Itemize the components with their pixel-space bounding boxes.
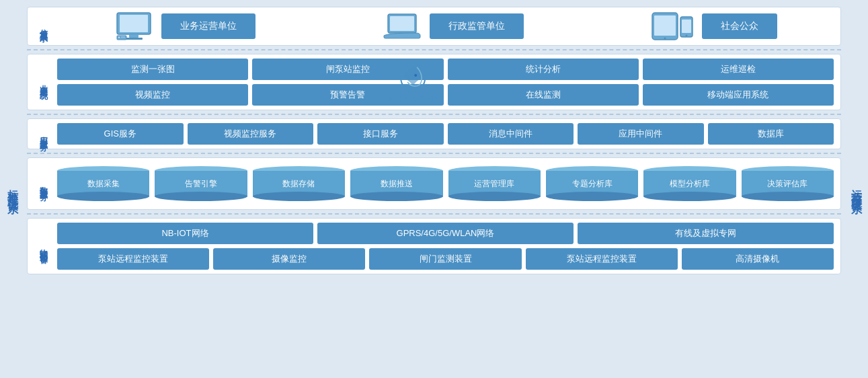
user-group-public: 社会公众 [651, 11, 777, 41]
right-side-label: 运营保障体系 [844, 4, 868, 374]
cylinder-7: 决策评估库 [742, 166, 834, 201]
iot-device-2[interactable]: 闸门监测装置 [369, 248, 521, 270]
cylinder-3: 数据推送 [350, 166, 442, 201]
data-section-content: 数据采集 告警引擎 数据存储 [57, 163, 834, 204]
cylinder-0: 数据采集 [57, 166, 149, 201]
public-button[interactable]: 社会公众 [702, 13, 777, 39]
support-btn-4[interactable]: 应用中间件 [578, 123, 704, 145]
svg-rect-5 [118, 37, 120, 38]
divider-1 [27, 49, 841, 50]
iot-network-0[interactable]: NB-IOT网络 [57, 223, 313, 244]
svg-rect-6 [121, 37, 125, 38]
cylinder-1: 告警引擎 [155, 166, 247, 201]
laptop-icon [383, 11, 422, 41]
support-section-content: GIS服务 视频监控服务 接口服务 消息中间件 应用中间件 数据库 [57, 123, 834, 145]
iot-network-2[interactable]: 有线及虚拟专网 [578, 223, 834, 244]
support-btn-1[interactable]: 视频监控服务 [188, 123, 314, 145]
user-group-admin: 行政监管单位 [383, 11, 524, 41]
app-section-label: 业务应用系统 [34, 59, 52, 106]
iot-device-4[interactable]: 高清摄像机 [682, 248, 834, 270]
app-btn-1[interactable]: 闸泵站监控 [252, 59, 443, 80]
divider-3 [27, 153, 841, 154]
admin-unit-button[interactable]: 行政监管单位 [430, 13, 524, 39]
svg-point-14 [685, 35, 687, 37]
svg-rect-1 [120, 15, 148, 32]
app-section: 业务应用系统 监测一张图 闸泵站监控 统计分析 运维巡检 视频监控 预警告警 在… [27, 54, 841, 110]
desktop-icon [114, 11, 153, 41]
support-btn-0[interactable]: GIS服务 [57, 123, 184, 145]
iot-section-label: 物联感知设备 [34, 223, 52, 270]
svg-point-11 [664, 38, 666, 40]
divider-2 [27, 114, 841, 115]
data-section: 数据支撑服务 数据采集 告警引擎 [27, 157, 841, 210]
info-section-content: 业务运营单位 行政监管单位 [57, 11, 834, 41]
app-section-content: 监测一张图 闸泵站监控 统计分析 运维巡检 视频监控 预警告警 在线监测 移动端… [57, 59, 834, 106]
app-btn-5[interactable]: 预警告警 [252, 84, 443, 106]
iot-section-content: NB-IOT网络 GPRS/4G/5G/WLAN网络 有线及虚拟专网 泵站远程监… [57, 223, 834, 270]
app-btn-2[interactable]: 统计分析 [448, 59, 639, 80]
info-section-label: 信息交互展示 [34, 22, 52, 30]
iot-device-1[interactable]: 摄像监控 [213, 248, 365, 270]
svg-rect-3 [125, 38, 143, 40]
app-btn-6[interactable]: 在线监测 [448, 84, 639, 106]
cylinder-2: 数据存储 [253, 166, 345, 201]
tablet-phone-icon [651, 11, 694, 41]
app-btn-4[interactable]: 视频监控 [57, 84, 248, 106]
cylinder-4: 运营管理库 [448, 166, 541, 201]
iot-device-3[interactable]: 泵站远程监控装置 [526, 248, 678, 270]
cylinder-6: 模型分析库 [643, 166, 736, 201]
divider-4 [27, 213, 841, 215]
user-group-business: 业务运营单位 [114, 11, 255, 41]
info-section: 信息交互展示 [27, 7, 841, 46]
support-btn-3[interactable]: 消息中间件 [448, 123, 574, 145]
left-side-label: 标准规范体系 [0, 4, 24, 374]
support-btn-5[interactable]: 数据库 [708, 123, 834, 145]
iot-section: 物联感知设备 NB-IOT网络 GPRS/4G/5G/WLAN网络 有线及虚拟专… [27, 218, 841, 274]
app-btn-0[interactable]: 监测一张图 [57, 59, 248, 80]
svg-rect-2 [129, 34, 139, 38]
support-btn-2[interactable]: 接口服务 [317, 123, 444, 145]
business-unit-button[interactable]: 业务运营单位 [161, 13, 255, 39]
data-section-label: 数据支撑服务 [34, 180, 52, 188]
svg-rect-10 [654, 15, 676, 36]
iot-top-row: NB-IOT网络 GPRS/4G/5G/WLAN网络 有线及虚拟专网 [57, 223, 834, 244]
iot-network-1[interactable]: GPRS/4G/5G/WLAN网络 [317, 223, 574, 244]
iot-device-0[interactable]: 泵站远程监控装置 [57, 248, 209, 270]
svg-rect-13 [682, 20, 691, 33]
app-btn-3[interactable]: 运维巡检 [643, 59, 834, 80]
support-section: 应用支撑服务 GIS服务 视频监控服务 接口服务 消息中间件 应用中间件 数据库 [27, 118, 841, 149]
app-btn-7[interactable]: 移动端应用系统 [643, 84, 834, 106]
svg-rect-8 [390, 16, 414, 31]
cylinder-5: 专题分析库 [546, 166, 638, 201]
iot-bottom-row: 泵站远程监控装置 摄像监控 闸门监测装置 泵站远程监控装置 高清摄像机 [57, 248, 834, 270]
support-section-label: 应用支撑服务 [34, 130, 52, 138]
